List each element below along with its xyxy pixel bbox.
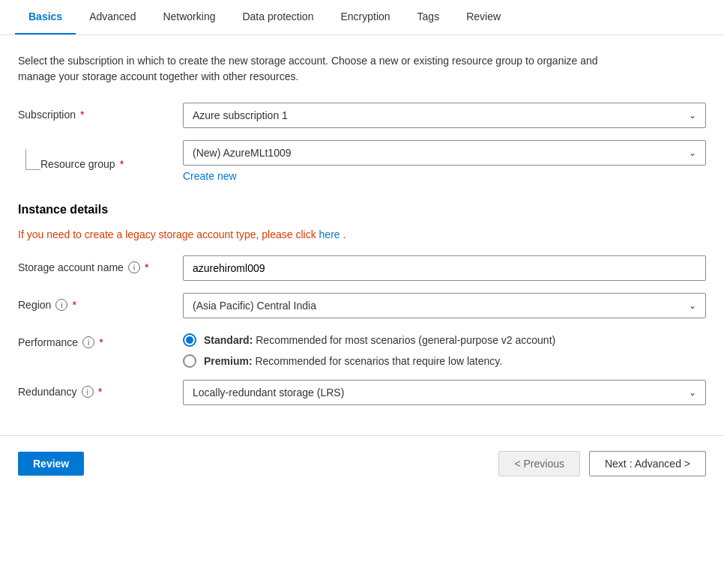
performance-row: Performance i * Standard: Recommended fo… <box>18 330 706 368</box>
tab-encryption[interactable]: Encryption <box>327 0 403 34</box>
storage-name-info-icon[interactable]: i <box>128 261 140 273</box>
subscription-dropdown[interactable]: Azure subscription 1 ⌄ <box>183 103 706 128</box>
storage-account-name-row: Storage account name i * <box>18 255 706 281</box>
legacy-text: If you need to create a legacy storage a… <box>18 228 706 240</box>
next-button[interactable]: Next : Advanced > <box>589 451 706 476</box>
region-control: (Asia Pacific) Central India ⌄ <box>183 293 706 318</box>
resource-group-row: Resource group * (New) AzureMLt1009 ⌄ Cr… <box>18 140 706 182</box>
performance-radio-group: Standard: Recommended for most scenarios… <box>183 330 706 368</box>
performance-standard-radio[interactable] <box>183 333 196 347</box>
subscription-row: Subscription * Azure subscription 1 ⌄ <box>18 103 706 128</box>
region-row: Region i * (Asia Pacific) Central India … <box>18 293 706 318</box>
resource-group-chevron-icon: ⌄ <box>689 148 696 158</box>
performance-required: * <box>99 336 103 348</box>
tab-review[interactable]: Review <box>453 0 514 34</box>
region-chevron-icon: ⌄ <box>689 300 696 311</box>
storage-name-required: * <box>145 261 148 273</box>
region-value: (Asia Pacific) Central India <box>193 300 316 312</box>
storage-account-name-control <box>183 255 706 281</box>
subscription-label: Subscription * <box>18 103 183 121</box>
region-dropdown[interactable]: (Asia Pacific) Central India ⌄ <box>183 293 706 318</box>
instance-details-section: Instance details If you need to create a… <box>18 203 706 405</box>
performance-premium-label: Premium: Recommended for scenarios that … <box>204 355 502 367</box>
performance-standard-label: Standard: Recommended for most scenarios… <box>204 334 555 346</box>
redundancy-label: Redundancy i * <box>18 380 183 398</box>
subscription-required: * <box>80 109 84 121</box>
region-label: Region i * <box>18 293 183 311</box>
previous-button[interactable]: < Previous <box>498 451 580 476</box>
subscription-control: Azure subscription 1 ⌄ <box>183 103 706 128</box>
performance-standard-option[interactable]: Standard: Recommended for most scenarios… <box>183 333 706 347</box>
subscription-chevron-icon: ⌄ <box>689 110 696 121</box>
redundancy-chevron-icon: ⌄ <box>689 387 696 398</box>
redundancy-dropdown[interactable]: Locally-redundant storage (LRS) ⌄ <box>183 380 706 405</box>
performance-info-icon[interactable]: i <box>82 336 94 348</box>
create-new-link[interactable]: Create new <box>183 170 237 182</box>
performance-premium-option[interactable]: Premium: Recommended for scenarios that … <box>183 354 706 368</box>
tab-bar: Basics Advanced Networking Data protecti… <box>0 0 724 35</box>
intro-text: Select the subscription in which to crea… <box>18 53 706 85</box>
redundancy-value: Locally-redundant storage (LRS) <box>193 387 344 398</box>
resource-group-value: (New) AzureMLt1009 <box>193 147 292 159</box>
redundancy-row: Redundancy i * Locally-redundant storage… <box>18 380 706 405</box>
footer-bar: Review < Previous Next : Advanced > <box>0 435 724 491</box>
storage-account-name-input[interactable] <box>183 255 706 281</box>
rg-connector: Resource group * <box>18 146 124 170</box>
subscription-value: Azure subscription 1 <box>193 109 288 121</box>
review-button[interactable]: Review <box>18 452 84 476</box>
redundancy-info-icon[interactable]: i <box>82 386 94 398</box>
resource-group-label: Resource group * <box>40 152 124 170</box>
resource-group-dropdown[interactable]: (New) AzureMLt1009 ⌄ <box>183 140 706 166</box>
performance-premium-radio[interactable] <box>183 354 196 368</box>
instance-details-title: Instance details <box>18 203 706 216</box>
rg-border-line <box>25 149 40 170</box>
redundancy-control: Locally-redundant storage (LRS) ⌄ <box>183 380 706 405</box>
resource-group-label-container: Resource group * <box>18 140 183 170</box>
performance-label: Performance i * <box>18 330 183 348</box>
tab-tags[interactable]: Tags <box>404 0 453 34</box>
redundancy-required: * <box>98 386 102 398</box>
tab-networking[interactable]: Networking <box>149 0 229 34</box>
storage-account-name-label: Storage account name i * <box>18 255 183 273</box>
performance-control: Standard: Recommended for most scenarios… <box>183 330 706 368</box>
tab-basics[interactable]: Basics <box>15 0 76 34</box>
tab-data-protection[interactable]: Data protection <box>229 0 327 34</box>
main-content: Select the subscription in which to crea… <box>0 35 724 405</box>
tab-advanced[interactable]: Advanced <box>76 0 149 34</box>
resource-group-control: (New) AzureMLt1009 ⌄ Create new <box>183 140 706 182</box>
legacy-link[interactable]: here <box>319 228 340 240</box>
region-required: * <box>72 299 76 311</box>
resource-group-required: * <box>120 158 124 170</box>
region-info-icon[interactable]: i <box>55 299 67 311</box>
